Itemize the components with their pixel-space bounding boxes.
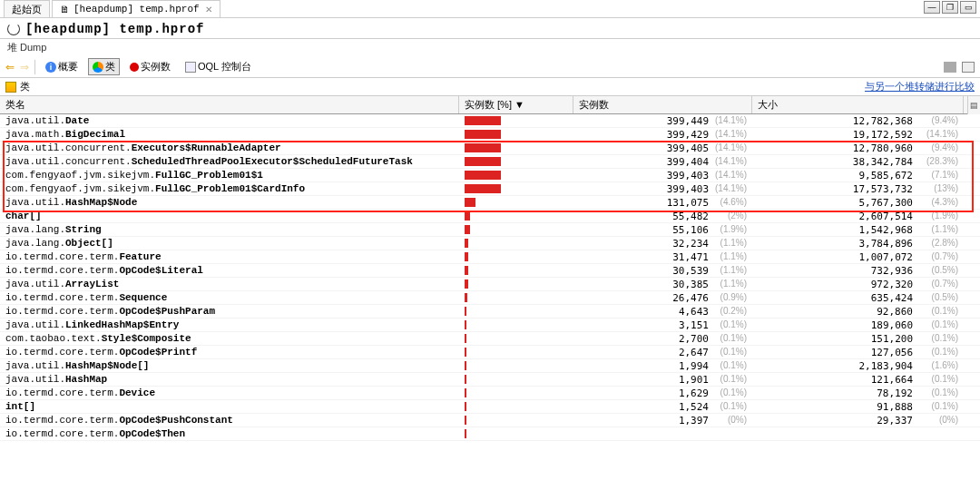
table-row[interactable]: java.util.HashMap$Node[]1,994(0.1%)2,183…	[0, 359, 980, 373]
table-row[interactable]: java.util.Date399,449(14.1%)12,782,368(9…	[0, 114, 980, 128]
histogram-bar	[465, 361, 466, 370]
btn-label: OQL 控制台	[198, 60, 251, 74]
cell-instances: 30,385(1.1%)	[573, 279, 752, 290]
compare-link[interactable]: 与另一个堆转储进行比较	[865, 80, 975, 93]
pie-icon	[93, 62, 103, 73]
table-row[interactable]: io.termd.core.term.Device1,629(0.1%)78,1…	[0, 387, 980, 400]
cell-size: 732,936(0.5%)	[752, 265, 964, 277]
col-name[interactable]: 类名	[0, 96, 459, 113]
cell-classname: java.util.concurrent.ScheduledThreadPool…	[0, 156, 459, 167]
cell-classname: io.termd.core.term.OpCode$Then	[0, 428, 459, 439]
cell-size: 1,542,968(1.1%)	[752, 224, 964, 236]
tab-start[interactable]: 起始页	[4, 0, 50, 17]
oql-button[interactable]: OQL 控制台	[181, 58, 256, 75]
table-row[interactable]: java.lang.String55,106(1.9%)1,542,968(1.…	[0, 223, 980, 237]
table-row[interactable]: io.termd.core.term.OpCode$PushConstant1,…	[0, 414, 980, 427]
histogram-bar	[465, 252, 468, 261]
cell-classname: com.fengyaof.jvm.sikejvm.FullGC_Problem0…	[0, 183, 459, 194]
cell-pct-bar	[459, 143, 573, 152]
table-row[interactable]: java.lang.Object[]32,234(1.1%)3,784,896(…	[0, 237, 980, 250]
restore-button[interactable]: ▭	[960, 1, 976, 14]
cell-instances: 1,524(0.1%)	[573, 401, 752, 413]
table-row[interactable]: java.util.HashMap$Node131,075(4.6%)5,767…	[0, 196, 980, 210]
table-row[interactable]: char[]55,482(2%)2,607,514(1.9%)	[0, 210, 980, 223]
cell-classname: java.math.BigDecimal	[0, 129, 459, 140]
cell-size: 189,060(0.1%)	[752, 319, 964, 331]
cell-instances: 131,075(4.6%)	[573, 197, 752, 209]
book-icon	[5, 82, 16, 93]
btn-label: 实例数	[141, 60, 171, 74]
table-row[interactable]: java.util.LinkedHashMap$Entry3,151(0.1%)…	[0, 319, 980, 332]
cell-classname: io.termd.core.term.Feature	[0, 251, 459, 262]
maximize-button[interactable]: ❐	[942, 1, 958, 14]
cell-instances: 399,405(14.1%)	[573, 142, 752, 154]
cell-instances: 2,700(0.1%)	[573, 333, 752, 345]
tool-icon-b[interactable]	[962, 62, 975, 73]
table-row[interactable]: com.taobao.text.Style$Composite2,700(0.1…	[0, 332, 980, 346]
table-row[interactable]: java.util.concurrent.ScheduledThreadPool…	[0, 155, 980, 169]
table-row[interactable]: io.termd.core.term.OpCode$PushParam4,643…	[0, 305, 980, 319]
cell-pct-bar	[459, 348, 573, 357]
instances-button[interactable]: 实例数	[125, 58, 175, 75]
cell-size: 17,573,732(13%)	[752, 183, 964, 195]
table-row[interactable]: io.termd.core.term.OpCode$Printf2,647(0.…	[0, 346, 980, 359]
histogram-bar	[465, 429, 466, 438]
table-row[interactable]: java.util.HashMap1,901(0.1%)121,664(0.1%…	[0, 373, 980, 387]
overview-button[interactable]: i概要	[41, 58, 83, 75]
table-row[interactable]: io.termd.core.term.OpCode$Then	[0, 427, 980, 441]
tab-heapdump[interactable]: 🗎 [heapdump] temp.hprof ✕	[52, 0, 220, 17]
table-row[interactable]: io.termd.core.term.Feature31,471(1.1%)1,…	[0, 250, 980, 264]
cell-pct-bar	[459, 361, 573, 370]
close-icon[interactable]: ✕	[205, 5, 212, 15]
cell-classname: java.util.HashMap$Node[]	[0, 360, 459, 371]
histogram-bar	[465, 157, 501, 166]
class-table: 类名 实例数 [%] ▼ 实例数 大小 ▤ java.util.Date399,…	[0, 96, 980, 441]
page-title: [heapdump] temp.hprof	[25, 22, 204, 36]
info-icon: i	[45, 62, 56, 73]
histogram-bar	[465, 130, 501, 139]
table-row[interactable]: java.util.concurrent.Executors$RunnableA…	[0, 142, 980, 155]
cell-classname: com.fengyaof.jvm.sikejvm.FullGC_Problem0…	[0, 170, 459, 181]
table-row[interactable]: java.util.ArrayList30,385(1.1%)972,320(0…	[0, 278, 980, 291]
col-instances[interactable]: 实例数	[573, 96, 752, 113]
cell-instances: 399,404(14.1%)	[573, 156, 752, 168]
cell-classname: java.util.LinkedHashMap$Entry	[0, 319, 459, 330]
histogram-bar	[465, 348, 466, 357]
classes-button[interactable]: 类	[88, 58, 120, 75]
minimize-button[interactable]: —	[924, 1, 940, 14]
cell-size: 92,860(0.1%)	[752, 306, 964, 318]
cell-instances: 3,151(0.1%)	[573, 319, 752, 331]
table-row[interactable]: java.math.BigDecimal399,429(14.1%)19,172…	[0, 128, 980, 142]
table-header: 类名 实例数 [%] ▼ 实例数 大小 ▤	[0, 96, 980, 114]
column-menu-icon[interactable]: ▤	[967, 96, 980, 114]
col-label: 大小	[758, 98, 778, 112]
cell-instances: 399,403(14.1%)	[573, 170, 752, 181]
col-pct[interactable]: 实例数 [%] ▼	[459, 96, 573, 113]
title-bar: [heapdump] temp.hprof	[0, 18, 980, 39]
tool-icon-a[interactable]	[944, 62, 956, 73]
cell-size: 38,342,784(28.3%)	[752, 156, 964, 168]
table-row[interactable]: com.fengyaof.jvm.sikejvm.FullGC_Problem0…	[0, 169, 980, 182]
cell-classname: java.lang.Object[]	[0, 238, 459, 249]
col-size[interactable]: 大小	[752, 96, 964, 113]
cell-instances: 1,629(0.1%)	[573, 387, 752, 399]
tab-label: [heapdump] temp.hprof	[74, 4, 200, 15]
table-row[interactable]: com.fengyaof.jvm.sikejvm.FullGC_Problem0…	[0, 182, 980, 196]
cell-instances: 399,429(14.1%)	[573, 129, 752, 141]
refresh-icon[interactable]	[7, 23, 20, 35]
editor-tabs: 起始页 🗎 [heapdump] temp.hprof ✕ — ❐ ▭	[0, 0, 980, 18]
forward-icon[interactable]: ⇒	[20, 61, 29, 74]
btn-label: 概要	[58, 60, 78, 74]
cell-pct-bar	[459, 198, 573, 207]
table-row[interactable]: io.termd.core.term.Sequence26,476(0.9%)6…	[0, 291, 980, 305]
cell-classname: io.termd.core.term.OpCode$Printf	[0, 347, 459, 358]
cell-pct-bar	[459, 252, 573, 261]
table-row[interactable]: int[]1,524(0.1%)91,888(0.1%)	[0, 400, 980, 414]
cell-classname: io.termd.core.term.Sequence	[0, 292, 459, 303]
table-row[interactable]: io.termd.core.term.OpCode$Literal30,539(…	[0, 264, 980, 278]
col-label: 实例数 [%] ▼	[465, 98, 524, 112]
histogram-bar	[465, 198, 475, 207]
cell-pct-bar	[459, 293, 573, 302]
cell-instances: 31,471(1.1%)	[573, 251, 752, 263]
back-icon[interactable]: ⇐	[5, 61, 15, 74]
